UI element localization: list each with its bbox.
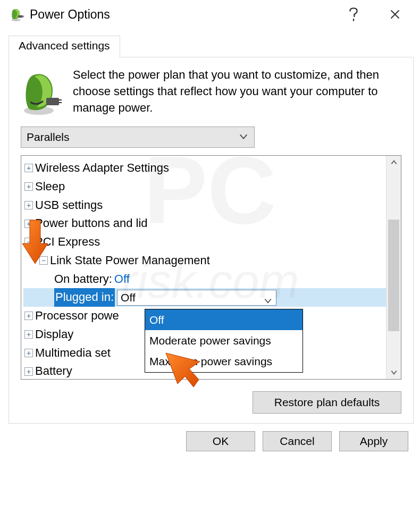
dropdown-popup: Off Moderate power savings Maximum power… [145,309,303,373]
plugged-in-dropdown[interactable]: Off [117,290,276,306]
tree-item-on-battery[interactable]: On battery:Off [23,270,386,289]
expand-icon[interactable]: + [24,312,33,320]
expand-icon[interactable]: + [24,330,33,339]
expand-icon[interactable]: + [24,349,33,357]
tree-item-plugged-in[interactable]: Plugged in: Off [23,288,386,307]
expand-icon[interactable]: + [24,182,33,191]
tab-panel: Select the power plan that you want to c… [9,57,414,424]
expand-icon[interactable]: + [24,164,33,172]
svg-rect-3 [18,15,23,18]
expand-icon[interactable]: + [24,367,33,376]
svg-rect-4 [23,16,24,16]
scroll-up-icon[interactable] [387,156,401,170]
tree-item-wireless[interactable]: +Wireless Adapter Settings [23,159,386,178]
power-plan-selected: Parallels [27,131,70,144]
svg-rect-8 [59,99,62,100]
ok-button[interactable]: OK [186,431,255,451]
intro-text: Select the power plan that you want to c… [73,67,401,117]
apply-button[interactable]: Apply [339,431,408,451]
power-plan-dropdown[interactable]: Parallels [21,127,255,148]
dropdown-option-off[interactable]: Off [145,309,303,330]
cancel-button[interactable]: Cancel [263,431,332,451]
scroll-thumb[interactable] [388,220,399,331]
tree-item-power-buttons[interactable]: +Power buttons and lid [23,214,386,233]
settings-tree: +Wireless Adapter Settings +Sleep +USB s… [21,155,401,380]
scroll-down-icon[interactable] [387,365,401,379]
restore-defaults-button[interactable]: Restore plan defaults [253,391,401,414]
battery-large-icon [21,67,62,117]
tab-advanced-settings[interactable]: Advanced settings [9,36,120,58]
chevron-down-icon [263,293,273,310]
chevron-down-icon [238,131,249,145]
collapse-icon[interactable]: − [39,256,48,265]
expand-icon[interactable]: + [24,220,33,228]
svg-rect-7 [46,98,59,105]
titlebar: Power Options [0,0,420,30]
expand-icon[interactable]: + [24,201,33,209]
tree-item-sleep[interactable]: +Sleep [23,178,386,196]
close-button[interactable] [387,6,403,22]
svg-rect-5 [23,16,24,17]
tree-item-pci-express[interactable]: −PCI Express [23,233,386,251]
window-title: Power Options [30,7,346,22]
svg-rect-9 [59,102,62,103]
tree-item-link-state[interactable]: −Link State Power Management [23,251,386,270]
battery-icon [10,7,24,22]
help-button[interactable] [346,6,362,22]
collapse-icon[interactable]: − [24,238,33,246]
dropdown-option-maximum[interactable]: Maximum power savings [145,351,303,372]
tree-item-usb[interactable]: +USB settings [23,196,386,215]
tree-scrollbar[interactable] [386,156,401,379]
dropdown-option-moderate[interactable]: Moderate power savings [145,330,303,351]
